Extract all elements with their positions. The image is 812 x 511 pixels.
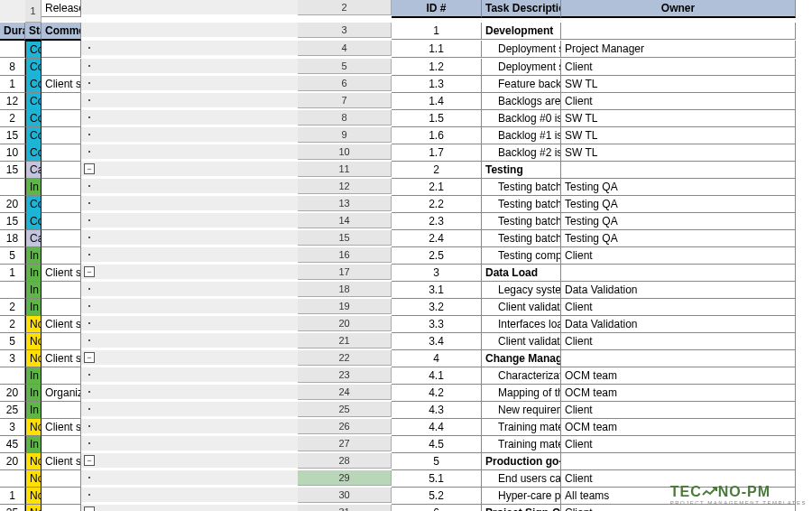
cell-task[interactable]: Training materials approval [482, 436, 561, 453]
row-header[interactable]: 23 [298, 367, 392, 383]
cell-owner[interactable]: Client [561, 93, 796, 110]
cell-owner[interactable]: Testing QA [561, 213, 796, 230]
cell-id[interactable]: 4.3 [392, 402, 482, 419]
cell-owner[interactable]: OCM team [561, 419, 796, 436]
spreadsheet-grid[interactable]: 1Release Schedule Template2ID #Task Desc… [0, 0, 812, 511]
cell-comments[interactable]: Client sign-off is required [42, 76, 81, 93]
cell-id[interactable]: 6 [392, 505, 482, 511]
outline-control[interactable] [81, 470, 298, 485]
collapse-icon[interactable]: − [84, 352, 95, 363]
outline-control[interactable] [81, 93, 298, 107]
outline-control[interactable] [81, 402, 298, 416]
outline-control[interactable] [81, 230, 298, 245]
cell-task[interactable]: Testing batch #4 is completed [482, 230, 561, 247]
cell-comments[interactable] [42, 230, 81, 247]
outline-control[interactable] [81, 23, 298, 37]
outline-control[interactable] [81, 213, 298, 228]
row-header[interactable]: 15 [298, 230, 392, 246]
cell-task[interactable]: Deployment stages plan [482, 41, 561, 58]
cell-comments[interactable] [42, 402, 81, 419]
cell-status[interactable]: Completed [25, 59, 42, 76]
cell-comments[interactable] [42, 162, 81, 179]
outline-control[interactable] [81, 367, 298, 382]
row-header[interactable]: 12 [298, 179, 392, 194]
cell-task[interactable]: Backlogs are approved [482, 93, 561, 110]
cell-owner[interactable]: OCM team [561, 385, 796, 402]
cell-comments[interactable]: Client sign-off is required [42, 453, 81, 470]
cell-duration[interactable] [0, 470, 25, 488]
cell-owner[interactable]: Testing QA [561, 196, 796, 213]
cell-status[interactable]: Cancelled [25, 230, 42, 247]
cell-status[interactable]: In Process [25, 282, 42, 299]
cell-id[interactable]: 3.3 [392, 316, 482, 333]
cell-status[interactable]: Not Started [25, 470, 42, 488]
cell-comments[interactable] [42, 282, 81, 299]
row-header[interactable]: 3 [298, 23, 392, 38]
cell-status[interactable]: Completed [25, 76, 42, 93]
row-header[interactable]: 10 [298, 144, 392, 160]
column-header-task[interactable]: Task Description [482, 0, 561, 18]
cell-owner[interactable]: Client [561, 59, 796, 76]
cell-duration[interactable]: 1 [0, 265, 25, 282]
cell-duration[interactable]: 2 [0, 110, 25, 127]
cell-comments[interactable] [42, 110, 81, 127]
cell-duration[interactable]: 20 [0, 385, 25, 402]
cell-id[interactable]: 1.7 [392, 144, 482, 162]
collapse-icon[interactable]: − [84, 163, 95, 174]
cell-owner[interactable]: SW TL [561, 110, 796, 127]
cell-comments[interactable] [42, 367, 81, 385]
cell-duration[interactable]: 20 [0, 453, 25, 470]
cell-status[interactable]: Not Started [25, 333, 42, 350]
row-header[interactable]: 17 [298, 265, 392, 280]
row-header[interactable]: 7 [298, 93, 392, 108]
cell-owner[interactable]: Client [561, 436, 796, 453]
cell-id[interactable]: 4.2 [392, 385, 482, 402]
row-header[interactable]: 29 [298, 470, 392, 486]
cell-duration[interactable]: 12 [0, 93, 25, 110]
cell-task[interactable]: Feature backlogs are set [482, 76, 561, 93]
cell-status[interactable]: In Process [25, 179, 42, 196]
cell-id[interactable]: 5.2 [392, 488, 482, 505]
cell-task[interactable]: Interfaces load [482, 316, 561, 333]
cell-status[interactable]: Not Started [25, 488, 42, 505]
column-header-owner[interactable]: Owner [561, 0, 796, 18]
cell-comments[interactable] [42, 299, 81, 316]
cell-comments[interactable] [42, 127, 81, 144]
collapse-icon[interactable]: − [84, 266, 95, 277]
cell-task[interactable]: Backlog #2 is completed [482, 144, 561, 162]
cell-id[interactable]: 2.1 [392, 179, 482, 196]
cell-comments[interactable] [42, 179, 81, 196]
cell-duration[interactable]: 15 [0, 213, 25, 230]
cell-owner[interactable]: Client [561, 505, 796, 511]
cell-status[interactable]: Completed [25, 127, 42, 144]
cell-task[interactable]: Client validation - legacy systems [482, 299, 561, 316]
cell-task[interactable]: Change Management [482, 350, 561, 367]
cell-comments[interactable] [42, 196, 81, 213]
cell-task[interactable]: Training materials build [482, 419, 561, 436]
outline-control[interactable]: − [81, 162, 298, 176]
cell-id[interactable]: 1.3 [392, 76, 482, 93]
cell-duration[interactable] [0, 282, 25, 299]
cell-duration[interactable]: 5 [0, 247, 25, 265]
cell-owner[interactable]: Project Manager [561, 41, 796, 58]
cell-duration[interactable]: 18 [0, 230, 25, 247]
row-header[interactable]: 19 [298, 299, 392, 314]
cell-comments[interactable] [42, 93, 81, 110]
row-header[interactable]: 20 [298, 316, 392, 331]
cell-comments[interactable]: Client sign-off is required [42, 316, 81, 333]
cell-task[interactable]: Backlog #1 is completed [482, 127, 561, 144]
column-header-status[interactable]: Status [25, 23, 42, 41]
row-header[interactable]: 30 [298, 488, 392, 503]
cell-comments[interactable]: Client sign-off is required [42, 350, 81, 367]
cell-owner[interactable]: Client [561, 402, 796, 419]
cell-comments[interactable] [42, 436, 81, 453]
column-header-comments[interactable]: Comments [42, 23, 81, 41]
cell-duration[interactable]: 8 [0, 59, 25, 76]
cell-id[interactable]: 1.5 [392, 110, 482, 127]
outline-control[interactable] [81, 488, 298, 502]
cell-id[interactable]: 4.4 [392, 419, 482, 436]
cell-task[interactable]: Characterization of current roles [482, 367, 561, 385]
cell-task[interactable]: Testing batch #2 is completed [482, 196, 561, 213]
row-header[interactable]: 24 [298, 385, 392, 400]
cell-id[interactable]: 3 [392, 265, 482, 282]
